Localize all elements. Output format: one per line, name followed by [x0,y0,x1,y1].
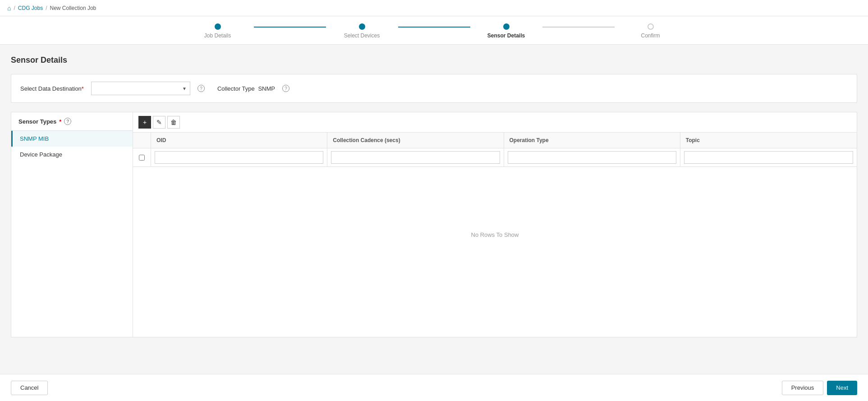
col-header-operation-type: Operation Type [504,133,680,148]
topic-input[interactable] [684,151,853,164]
collector-type-help-icon[interactable]: ? [282,85,289,92]
col-header-checkbox [133,133,151,148]
breadcrumb-separator: / [14,5,15,11]
collection-cadence-input[interactable] [331,151,500,164]
step-circle-sensor-details [503,23,510,30]
topic-input-cell [680,148,857,166]
operation-type-input[interactable] [508,151,676,164]
collector-type-label: Collector Type SNMP [217,85,275,92]
sensor-section: Sensor Types * ? SNMP MIB Device Package… [11,112,857,337]
cadence-input-cell [327,148,504,166]
footer: Cancel Previous Next [0,374,868,401]
operation-type-input-cell [504,148,680,166]
sensor-types-required: * [59,118,61,125]
delete-button[interactable]: 🗑 [167,116,180,129]
breadcrumb-current-page: New Collection Job [50,5,96,11]
data-destination-label: Select Data Destination* [20,85,84,92]
collector-type-value: SNMP [258,85,275,92]
delete-icon: 🗑 [170,119,177,126]
sidebar-item-snmp-mib[interactable]: SNMP MIB [11,131,133,147]
stepper: Job Details Select Devices Sensor Detail… [182,23,687,39]
next-button[interactable]: Next [827,381,857,395]
page-title: Sensor Details [11,55,857,65]
step-label-sensor-details: Sensor Details [487,32,525,39]
cancel-button[interactable]: Cancel [11,381,48,395]
table-input-row [133,148,857,167]
edit-button[interactable]: ✎ [153,116,165,129]
sensor-types-help-icon[interactable]: ? [64,118,71,125]
data-destination-help-icon[interactable]: ? [197,85,205,92]
step-label-job-details: Job Details [204,32,231,39]
top-bar: ⌂ / CDG Jobs / New Collection Job [0,0,868,16]
add-button[interactable]: + [138,116,151,129]
col-header-collection-cadence: Collection Cadence (secs) [327,133,504,148]
step-sensor-details: Sensor Details [470,23,542,39]
data-destination-select[interactable] [91,82,190,95]
row-checkbox-cell [133,148,151,166]
oid-input-cell [151,148,327,166]
step-confirm: Confirm [615,23,687,39]
sensor-types-header: Sensor Types * ? [11,112,133,131]
no-rows-message: No Rows To Show [133,167,857,302]
breadcrumb-cdg-jobs[interactable]: CDG Jobs [18,5,43,11]
home-icon[interactable]: ⌂ [7,5,11,12]
data-destination-select-wrapper: ▼ [91,82,190,95]
sensor-toolbar: + ✎ 🗑 [133,112,857,133]
previous-button[interactable]: Previous [782,381,824,395]
table-header: OID Collection Cadence (secs) Operation … [133,133,857,148]
footer-right-buttons: Previous Next [782,381,857,395]
stepper-container: Job Details Select Devices Sensor Detail… [0,16,868,45]
step-connector-1 [254,27,326,28]
step-label-select-devices: Select Devices [344,32,380,39]
col-header-topic: Topic [680,133,857,148]
form-row: Select Data Destination* ▼ ? Collector T… [11,74,857,103]
step-job-details: Job Details [182,23,254,39]
step-circle-confirm [648,23,654,30]
step-circle-job-details [215,23,221,30]
step-circle-select-devices [359,23,365,30]
col-header-oid: OID [151,133,327,148]
step-label-confirm: Confirm [641,32,660,39]
step-connector-3 [542,27,615,28]
sensor-right-panel: + ✎ 🗑 OID Collection Cadence (secs) Oper… [133,112,857,337]
row-checkbox[interactable] [139,155,145,161]
step-select-devices: Select Devices [326,23,398,39]
step-connector-2 [398,27,470,28]
sidebar-item-device-package[interactable]: Device Package [11,147,133,162]
breadcrumb-separator-2: / [46,5,47,11]
oid-input[interactable] [155,151,323,164]
main-content: Sensor Details Select Data Destination* … [0,45,868,393]
edit-icon: ✎ [156,119,162,126]
sensor-sidebar: Sensor Types * ? SNMP MIB Device Package [11,112,133,337]
